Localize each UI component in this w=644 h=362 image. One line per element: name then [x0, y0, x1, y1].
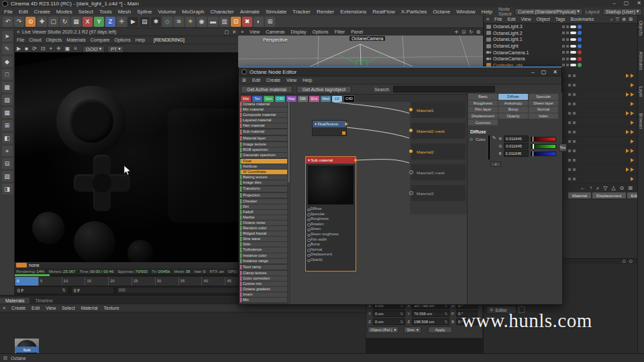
- region-icon[interactable]: ⊡: [41, 46, 46, 52]
- render-toggle[interactable]: [566, 32, 569, 34]
- ne-menu-item[interactable]: Create: [266, 78, 280, 82]
- channel-tab[interactable]: Index: [529, 113, 558, 119]
- timeline-tick[interactable]: 25: [131, 277, 155, 286]
- node-type-item[interactable]: Composite material: [240, 113, 287, 117]
- minimize-icon[interactable]: –: [612, 0, 615, 6]
- menu-item[interactable]: Render: [317, 9, 334, 15]
- object-tag[interactable]: [570, 58, 576, 60]
- tag-badge[interactable]: [578, 50, 582, 54]
- restart-icon[interactable]: ⟳: [32, 46, 37, 52]
- timeline-tick[interactable]: 15: [85, 277, 108, 286]
- floor-icon[interactable]: ▬: [208, 17, 218, 27]
- menu-item[interactable]: Animate: [240, 9, 260, 15]
- menu-item[interactable]: Modes: [56, 9, 72, 15]
- menu-item[interactable]: Edit: [19, 9, 28, 15]
- menu-item[interactable]: Simulate: [266, 9, 286, 15]
- material-port[interactable]: Material3: [411, 185, 466, 201]
- materials-menu-item[interactable]: Texture: [104, 306, 119, 310]
- om-menu-item[interactable]: Edit: [507, 17, 515, 21]
- timeline-tick[interactable]: 40: [201, 277, 225, 286]
- render-toggle[interactable]: [566, 25, 569, 28]
- node-type-item[interactable]: Projection: [240, 193, 287, 198]
- rot-p-field[interactable]: 0 °: [456, 310, 478, 317]
- material-port[interactable]: Material2 mask: [411, 123, 466, 139]
- grid-icon[interactable]: ⊞: [629, 17, 633, 22]
- port-dot[interactable]: [409, 129, 413, 132]
- filter-icon[interactable]: ▽: [616, 17, 619, 22]
- search-icon[interactable]: ⌕: [596, 185, 599, 192]
- category-chip[interactable]: Mat: [241, 96, 251, 102]
- model-mode-icon[interactable]: ◆: [2, 56, 13, 67]
- layout-select[interactable]: Startup (User) ▾: [602, 8, 642, 15]
- node-type-item[interactable]: Ridged fractal: [240, 231, 287, 236]
- object-row[interactable]: OctaneLight.2: [484, 30, 638, 37]
- camera-icon[interactable]: ◉: [197, 17, 207, 27]
- snapshot-icon[interactable]: ▣: [65, 46, 70, 52]
- mograph-icon[interactable]: ◇: [162, 17, 172, 27]
- live-selection-icon[interactable]: ⊙: [25, 17, 36, 27]
- node-space-select[interactable]: Current (Standard/Physical) ▾: [515, 8, 583, 15]
- timeline-tick[interactable]: 30: [155, 277, 178, 286]
- channel-tab[interactable]: Sheen layer: [529, 101, 558, 107]
- menu-item[interactable]: Select: [78, 9, 93, 15]
- channel-tab[interactable]: Displacement: [468, 113, 498, 119]
- node-type-item[interactable]: Clamp texture: [240, 271, 287, 276]
- node-type-item[interactable]: Layered material: [240, 118, 287, 123]
- material-port[interactable]: Material3 mask: [411, 164, 466, 180]
- object-tag[interactable]: [570, 38, 576, 41]
- material-name[interactable]: Sub: [15, 347, 39, 353]
- lv-menu-item[interactable]: Help: [136, 38, 145, 42]
- coord-mode-select[interactable]: Object (Rel.)▾: [368, 326, 398, 333]
- apply-button[interactable]: Apply: [428, 326, 453, 333]
- history-icon[interactable]: ⊙: [629, 259, 633, 264]
- tag-badge[interactable]: [578, 31, 582, 35]
- lv-menu-item[interactable]: Options: [115, 38, 131, 42]
- viewport-layout-icon[interactable]: ⊞: [476, 29, 480, 35]
- node-type-item[interactable]: Float: [240, 159, 287, 164]
- play-icon[interactable]: ▶: [17, 46, 21, 52]
- mirror-icon[interactable]: ◨: [2, 184, 13, 194]
- channel-tab[interactable]: Anisotropy: [498, 101, 528, 107]
- visibility-toggle[interactable]: [562, 25, 565, 28]
- materials-menu-item[interactable]: View: [46, 306, 56, 310]
- object-tag[interactable]: [570, 32, 576, 34]
- node-type-item[interactable]: Mix: [240, 298, 287, 302]
- channel-port[interactable]: Sheen roughness: [306, 232, 356, 237]
- texture-mode-icon[interactable]: ◧: [2, 133, 13, 143]
- node-type-item[interactable]: Instance color: [240, 253, 287, 258]
- om-menu-item[interactable]: View: [521, 17, 531, 21]
- g-value-field[interactable]: 0.011645: [504, 143, 529, 149]
- redo-icon[interactable]: ↷: [14, 17, 24, 27]
- menu-item[interactable]: File: [4, 9, 13, 15]
- menu-item[interactable]: Tools: [99, 9, 112, 15]
- channel-port[interactable]: Specular: [306, 212, 356, 217]
- visibility-toggle[interactable]: [562, 38, 565, 41]
- node-type-item[interactable]: Baking texture: [240, 175, 287, 180]
- b-gradient-slider[interactable]: [531, 152, 556, 156]
- axis-y-icon[interactable]: Y: [94, 17, 104, 27]
- om-menu-item[interactable]: File: [494, 17, 502, 21]
- tag-badge[interactable]: [578, 44, 582, 48]
- category-chip[interactable]: Oth: [298, 96, 308, 102]
- material-port[interactable]: Material1: [411, 102, 466, 118]
- channel-port[interactable]: Sheen: [306, 227, 356, 232]
- pan-icon[interactable]: ✛: [56, 46, 61, 52]
- filter-icon[interactable]: ▽: [603, 185, 607, 191]
- move-tool-icon[interactable]: ✚: [37, 17, 47, 27]
- render-toggle[interactable]: [566, 64, 569, 66]
- b-value-field[interactable]: 0.011645: [504, 150, 529, 157]
- lv-menu-item[interactable]: Cloud: [29, 38, 41, 42]
- lv-menu-item[interactable]: Materials: [66, 38, 85, 42]
- object-tag[interactable]: [570, 25, 576, 28]
- dock-tab-browser[interactable]: Browser: [639, 113, 643, 129]
- tag-badge[interactable]: [578, 57, 582, 61]
- timeline-tick[interactable]: 5: [38, 277, 62, 286]
- node-type-item[interactable]: RGB spectrum: [240, 147, 287, 152]
- object-row[interactable]: OctaneLight.3: [484, 23, 638, 30]
- coord-system-icon[interactable]: ✛: [117, 17, 127, 27]
- layout-icon[interactable]: ⊞: [628, 185, 633, 191]
- node-type-item[interactable]: Toon ramp: [240, 265, 287, 269]
- editor-mode-button[interactable]: ⊙ Editor: [486, 306, 517, 314]
- node-type-item[interactable]: Dirt: [240, 204, 287, 209]
- channel-tab[interactable]: Specular: [529, 94, 558, 100]
